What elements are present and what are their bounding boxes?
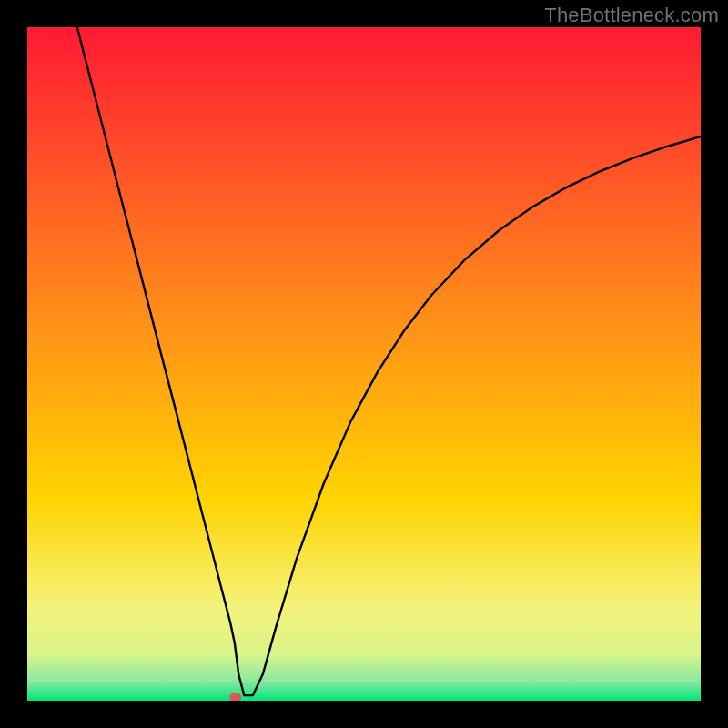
gradient-background [27,27,701,701]
chart-frame: TheBottleneck.com [0,0,728,728]
watermark-text: TheBottleneck.com [544,4,719,27]
plot-area [27,27,701,701]
chart-svg [27,27,701,701]
